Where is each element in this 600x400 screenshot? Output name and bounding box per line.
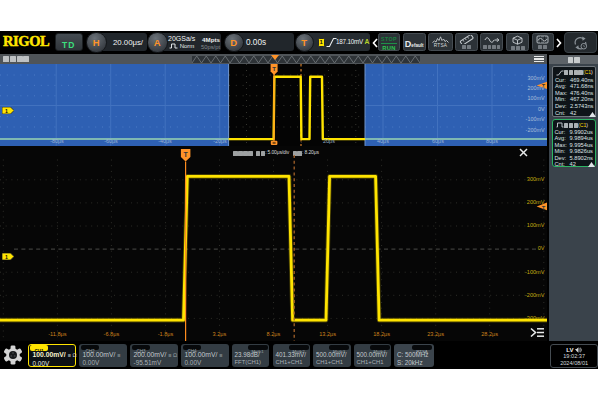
svg-text:1: 1 — [5, 253, 8, 259]
svg-text:T: T — [542, 204, 546, 210]
svg-text:1: 1 — [5, 108, 8, 114]
svg-text:T: T — [272, 66, 276, 72]
svg-text:T: T — [184, 150, 189, 157]
